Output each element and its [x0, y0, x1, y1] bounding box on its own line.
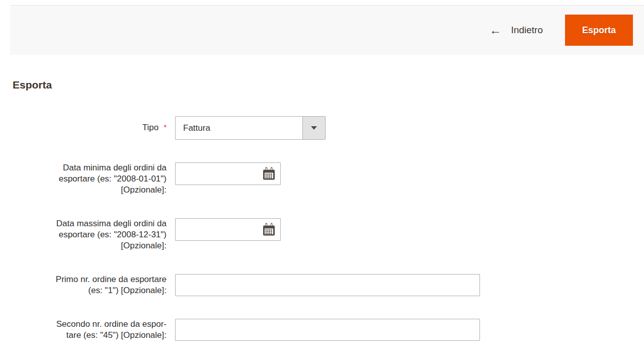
label-line: esportare (es: "2008-12-31") — [13, 229, 167, 240]
page-actions-toolbar: ← Indietro Esporta — [10, 5, 644, 55]
required-asterisk: * — [164, 123, 167, 131]
label-line: tare (es: "45") [Opzionale]: — [13, 330, 167, 341]
data-minima-field — [175, 162, 281, 185]
export-form-section: Esporta Tipo* Fattura Data minima degli … — [13, 77, 644, 341]
data-minima-label: Data minima degli ordini da esportare (e… — [13, 162, 167, 196]
data-minima-calendar-button[interactable] — [262, 167, 276, 180]
back-link-label: Indietro — [511, 25, 543, 36]
tipo-label-text: Tipo — [142, 123, 158, 132]
label-line: (es: "1") [Opzionale]: — [13, 285, 167, 296]
form-row-tipo: Tipo* Fattura — [13, 116, 644, 140]
primo-ordine-label: Primo nr. ordine da esportare (es: "1") … — [13, 274, 167, 296]
label-line: Secondo nr. ordine da espor- — [13, 319, 167, 330]
calendar-icon — [262, 167, 276, 180]
form-row-data-massima: Data massima degli ordini da esportare (… — [13, 218, 644, 251]
back-arrow-icon: ← — [490, 24, 502, 36]
secondo-ordine-label: Secondo nr. ordine da espor- tare (es: "… — [13, 319, 167, 341]
label-line: Primo nr. ordine da esportare — [13, 274, 167, 285]
secondo-ordine-input[interactable] — [175, 319, 480, 341]
page-title: Esporta — [13, 77, 644, 92]
primo-ordine-input[interactable] — [175, 274, 480, 296]
data-massima-calendar-button[interactable] — [262, 223, 276, 236]
chevron-down-icon — [311, 126, 317, 130]
form-row-data-minima: Data minima degli ordini da esportare (e… — [13, 162, 644, 196]
tipo-label: Tipo* — [13, 116, 167, 133]
back-link[interactable]: ← Indietro — [490, 24, 543, 36]
label-line: esportare (es: "2008-01-01") — [13, 173, 167, 185]
form-row-secondo-ordine: Secondo nr. ordine da espor- tare (es: "… — [13, 319, 644, 341]
label-line: [Opzionale]: — [13, 240, 167, 251]
label-line: [Opzionale]: — [13, 185, 167, 196]
data-massima-label: Data massima degli ordini da esportare (… — [13, 218, 167, 251]
tipo-select[interactable]: Fattura — [175, 116, 326, 140]
export-button[interactable]: Esporta — [565, 15, 633, 46]
label-line: Data massima degli ordini da — [13, 218, 167, 229]
select-arrow-button[interactable] — [302, 117, 325, 139]
label-line: Data minima degli ordini da — [13, 162, 167, 173]
form-row-primo-ordine: Primo nr. ordine da esportare (es: "1") … — [13, 274, 644, 296]
tipo-select-value: Fattura — [176, 117, 302, 139]
calendar-icon — [262, 223, 276, 236]
data-massima-field — [175, 218, 281, 241]
